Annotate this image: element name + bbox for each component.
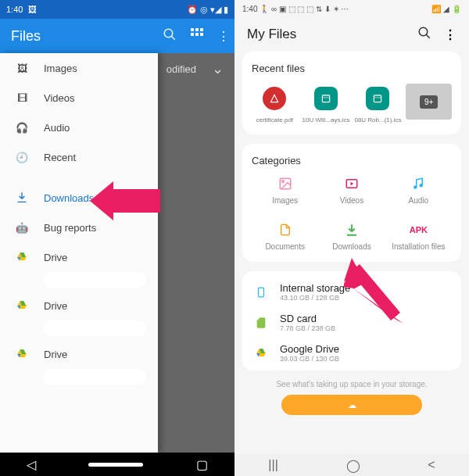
drawer-item-drive[interactable]: Drive: [0, 242, 158, 272]
calendar-icon: [366, 87, 389, 110]
page-title: My Files: [247, 27, 296, 42]
category-documents[interactable]: Documents: [252, 222, 318, 251]
storage-title: Google Drive: [280, 343, 339, 355]
drawer-label: Audio: [44, 122, 70, 134]
svg-rect-15: [259, 288, 264, 297]
recents-icon[interactable]: ▢: [196, 457, 208, 472]
drawer-label: Drive: [44, 252, 67, 263]
download-icon: [14, 191, 30, 204]
storage-size: 43.10 GB / 128 GB: [280, 294, 350, 302]
svg-point-0: [164, 29, 173, 38]
download-icon: [345, 222, 359, 238]
more-icon[interactable]: ⋮: [444, 27, 456, 42]
drawer-label: Bug reports: [44, 222, 96, 234]
sdcard-icon: [252, 316, 270, 330]
audio-icon: 🎧: [14, 122, 30, 134]
file-label: 08U Rob...(1).ics: [354, 116, 401, 123]
back-icon[interactable]: ◁: [27, 457, 36, 472]
drawer-item-videos[interactable]: 🎞 Videos: [0, 83, 158, 113]
annotation-arrow: [344, 258, 406, 336]
category-videos[interactable]: Videos: [318, 176, 385, 205]
svg-rect-9: [374, 95, 381, 102]
section-heading: Recent files: [252, 63, 452, 74]
category-label: Images: [272, 196, 298, 205]
android-files-app: 1:40 🖼 ⏰ ◎ ▾◢ ▮ Files ⋮ odified ⌄ d72304…: [0, 0, 234, 476]
drawer-item-drive[interactable]: Drive: [0, 339, 158, 369]
recents-icon[interactable]: |||: [268, 458, 277, 472]
grid-view-icon[interactable]: [191, 28, 203, 45]
app-bar: Files ⋮: [0, 19, 234, 53]
drawer-label: Images: [44, 63, 77, 74]
file-label: 10U Will...ays.ics: [303, 116, 350, 123]
drive-icon: [14, 252, 30, 263]
image-icon: 🖼: [14, 63, 30, 74]
drawer-item-images[interactable]: 🖼 Images: [0, 53, 158, 83]
back-icon[interactable]: <: [428, 458, 435, 472]
svg-point-13: [414, 185, 417, 189]
clock: 1:40: [242, 5, 257, 13]
home-icon[interactable]: ◯: [346, 458, 360, 473]
svg-rect-4: [191, 33, 194, 36]
svg-rect-8: [322, 95, 329, 102]
drawer-subitem: [44, 320, 145, 336]
drawer-label: Drive: [44, 300, 67, 312]
analyze-button[interactable]: ☁: [281, 395, 422, 415]
svg-point-7: [419, 27, 428, 36]
file-label: certificate.pdf: [252, 116, 298, 123]
audio-icon: [411, 176, 425, 191]
chevron-down-icon[interactable]: ⌄: [212, 60, 224, 77]
drive-icon: [14, 300, 30, 311]
category-label: Installation files: [392, 242, 445, 251]
drive-icon: [14, 349, 30, 360]
sort-label: odified: [166, 63, 196, 75]
category-label: Audio: [409, 196, 429, 205]
status-bar: 1:40 🖼 ⏰ ◎ ▾◢ ▮: [0, 0, 234, 19]
drawer-label: Downloads: [44, 192, 94, 204]
storage-title: SD card: [280, 313, 335, 324]
search-icon[interactable]: [163, 27, 177, 45]
svg-rect-1: [191, 28, 194, 31]
category-install[interactable]: APK Installation files: [385, 222, 452, 251]
storage-drive[interactable]: Google Drive 39.03 GB / 130 GB: [252, 343, 452, 363]
svg-point-11: [281, 181, 284, 183]
storage-analysis-text: See what's taking up space in your stora…: [234, 380, 469, 388]
home-pill[interactable]: [88, 463, 143, 467]
category-images[interactable]: Images: [252, 176, 318, 205]
category-audio[interactable]: Audio: [385, 176, 452, 205]
pdf-icon: [263, 87, 286, 110]
more-count: 9+: [420, 95, 438, 109]
drawer-label: Videos: [44, 92, 75, 104]
android-navbar: ◁ ▢: [0, 453, 234, 476]
category-label: Downloads: [332, 242, 371, 251]
category-label: Documents: [265, 242, 305, 251]
phone-icon: [252, 285, 270, 300]
drawer-label: Drive: [44, 349, 67, 360]
recent-icon: 🕘: [14, 152, 30, 163]
status-bar: 1:40 🚶 ∞ ▣ ⬚ ⬚ ⬚ ⇅ ⬇ ✶ ⋯ 📶 ◢ 🔋: [234, 0, 469, 17]
svg-point-14: [420, 184, 424, 188]
recent-more[interactable]: 9+: [406, 84, 452, 123]
svg-rect-2: [195, 28, 199, 31]
drawer-subitem: [44, 272, 145, 288]
category-downloads[interactable]: Downloads: [318, 222, 385, 251]
category-label: Videos: [340, 196, 363, 205]
storage-size: 7.78 GB / 238 GB: [280, 324, 335, 332]
drawer-item-audio[interactable]: 🎧 Audio: [0, 113, 158, 142]
bug-icon: 🤖: [14, 222, 30, 234]
drawer-item-recent[interactable]: 🕘 Recent: [0, 142, 158, 172]
video-icon: [345, 176, 359, 191]
more-icon[interactable]: ⋮: [217, 29, 230, 44]
clock: 1:40: [6, 5, 23, 14]
drawer-item-drive[interactable]: Drive: [0, 291, 158, 320]
storage-title: Internal storage: [280, 282, 350, 294]
categories-card: Categories Images Videos Audio Documents…: [242, 144, 461, 262]
drawer-subitem: [44, 369, 145, 385]
recent-file[interactable]: certificate.pdf: [252, 84, 298, 123]
navigation-drawer: 🖼 Images 🎞 Videos 🎧 Audio 🕘 Recent Downl…: [0, 53, 158, 453]
document-icon: [279, 222, 292, 238]
recent-file[interactable]: 10U Will...ays.ics: [303, 84, 350, 123]
apk-icon: APK: [410, 222, 428, 238]
annotation-arrow: [90, 181, 160, 220]
recent-file[interactable]: 08U Rob...(1).ics: [354, 84, 401, 123]
search-icon[interactable]: [417, 26, 431, 43]
